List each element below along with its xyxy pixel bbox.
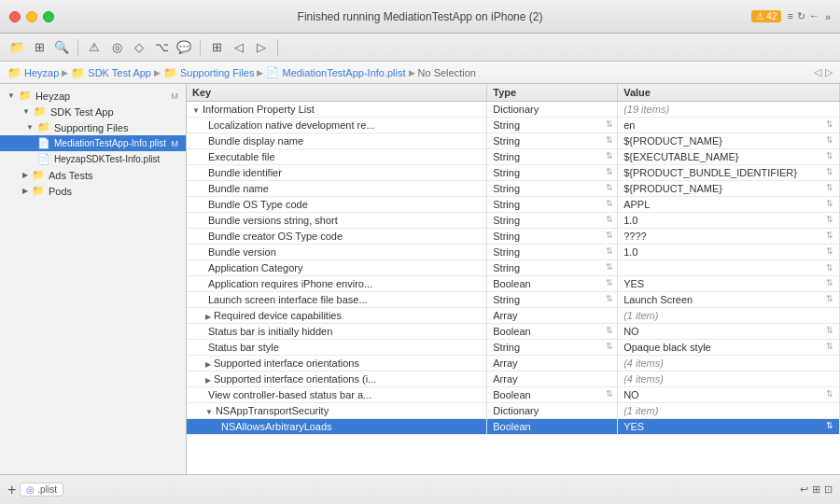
table-row[interactable]: Application CategoryString⇅⇅ bbox=[187, 260, 840, 276]
table-row[interactable]: ▶Supported interface orientationsArray(4… bbox=[187, 356, 840, 371]
table-row[interactable]: View controller-based status bar a...Boo… bbox=[187, 387, 840, 403]
value-stepper-icon[interactable]: ⇅ bbox=[826, 278, 833, 287]
plist-key-cell: Bundle name bbox=[187, 181, 487, 197]
breadcrumb-supporting[interactable]: Supporting Files bbox=[180, 67, 255, 78]
add-button[interactable]: + bbox=[7, 483, 16, 497]
sidebar-item-supporting[interactable]: ▼ 📁 Supporting Files bbox=[0, 119, 186, 135]
table-row[interactable]: Bundle versions string, shortString⇅1.0⇅ bbox=[187, 213, 840, 229]
breadcrumb-supporting-icon: 📁 bbox=[163, 66, 177, 79]
table-row[interactable]: Localization native development re...Str… bbox=[187, 118, 840, 133]
value-stepper-icon[interactable]: ⇅ bbox=[826, 151, 833, 161]
breadcrumb-heyzap[interactable]: Heyzap bbox=[24, 67, 59, 78]
table-row[interactable]: Application requires iPhone enviro...Boo… bbox=[187, 276, 840, 292]
value-stepper-icon[interactable]: ⇅ bbox=[826, 421, 833, 430]
table-row[interactable]: Bundle nameString⇅${PRODUCT_NAME}⇅ bbox=[187, 181, 840, 197]
sidebar-item-heyzap[interactable]: ▼ 📁 Heyzap M bbox=[0, 88, 186, 104]
table-row[interactable]: ▼NSAppTransportSecurityDictionary(1 item… bbox=[187, 403, 840, 419]
sort-arrows-icon: ⇅ bbox=[606, 215, 613, 224]
list-icon[interactable]: ≡ bbox=[787, 10, 792, 22]
comment-icon[interactable]: 💬 bbox=[175, 38, 193, 57]
search-icon[interactable]: 🔍 bbox=[52, 38, 71, 57]
table-container[interactable]: Key Type Value ▼Information Property Lis… bbox=[187, 84, 840, 474]
value-stepper-icon[interactable]: ⇅ bbox=[826, 263, 833, 273]
plist-key-cell: Application Category bbox=[187, 260, 487, 276]
heyzap-label: Heyzap bbox=[35, 91, 70, 102]
grid-icon[interactable]: ⊞ bbox=[207, 38, 226, 57]
plist-value: en bbox=[623, 119, 635, 131]
nav-right-icon[interactable]: ▷ bbox=[825, 66, 833, 78]
value-stepper-icon[interactable]: ⇅ bbox=[826, 199, 833, 208]
minimize-button[interactable] bbox=[26, 11, 37, 22]
sidebar-item-heyzap-plist[interactable]: 📄 HeyzapSDKTest-Info.plist bbox=[0, 151, 186, 167]
value-stepper-icon[interactable]: ⇅ bbox=[826, 167, 833, 176]
plist-value-cell: ${PRODUCT_NAME}⇅ bbox=[618, 133, 840, 149]
action-icon3[interactable]: ⊡ bbox=[824, 483, 833, 496]
breadcrumb-plist[interactable]: MediationTestApp-Info.plist bbox=[282, 67, 405, 78]
disclosure-btn[interactable]: ▶ bbox=[205, 376, 211, 385]
value-stepper-icon[interactable]: ⇅ bbox=[826, 231, 833, 240]
breadcrumb-sdk[interactable]: SDK Test App bbox=[88, 67, 151, 78]
link-icon[interactable]: ⌥ bbox=[152, 38, 171, 57]
value-stepper-icon[interactable]: ⇅ bbox=[826, 135, 833, 145]
hierarchy-icon[interactable]: ⊞ bbox=[30, 38, 49, 57]
sidebar-item-ads[interactable]: ▶ 📁 Ads Tests bbox=[0, 167, 186, 183]
table-row[interactable]: NSAllowsArbitraryLoadsBooleanYES⇅ bbox=[187, 419, 840, 435]
sidebar-item-mediation-plist[interactable]: 📄 MediationTestApp-Info.plist M bbox=[0, 135, 186, 151]
value-stepper-icon[interactable]: ⇅ bbox=[826, 183, 833, 192]
value-stepper-icon[interactable]: ⇅ bbox=[826, 389, 833, 399]
plist-key: Status bar style bbox=[208, 342, 279, 353]
diamond-icon[interactable]: ◇ bbox=[130, 38, 148, 57]
circle-icon[interactable]: ◎ bbox=[107, 38, 126, 57]
table-row[interactable]: Bundle OS Type codeString⇅APPL⇅ bbox=[187, 197, 840, 213]
table-row[interactable]: Bundle versionString⇅1.0⇅ bbox=[187, 245, 840, 260]
mediation-file-icon: 📄 bbox=[37, 137, 50, 149]
value-stepper-icon[interactable]: ⇅ bbox=[826, 215, 833, 224]
sort-arrows-icon: ⇅ bbox=[606, 262, 613, 272]
breadcrumb: 📁 Heyzap ▶ 📁 SDK Test App ▶ 📁 Supporting… bbox=[0, 62, 840, 84]
plist-value: (4 items) bbox=[623, 373, 664, 385]
plist-value-cell: ${EXECUTABLE_NAME}⇅ bbox=[618, 149, 840, 165]
table-row[interactable]: Status bar is initially hiddenBoolean⇅NO… bbox=[187, 324, 840, 340]
disclosure-btn[interactable]: ▼ bbox=[192, 106, 200, 115]
action-icon2[interactable]: ⊞ bbox=[812, 483, 820, 496]
table-row[interactable]: Bundle identifierString⇅${PRODUCT_BUNDLE… bbox=[187, 165, 840, 181]
statusbar-left: + ◎ .plist bbox=[7, 483, 63, 497]
table-row[interactable]: Status bar styleString⇅Opaque black styl… bbox=[187, 340, 840, 356]
plist-key: Bundle creator OS Type code bbox=[208, 231, 343, 242]
value-stepper-icon[interactable]: ⇅ bbox=[826, 246, 833, 256]
plist-key-cell: Bundle display name bbox=[187, 133, 487, 149]
sort-arrows-icon: ⇅ bbox=[606, 294, 613, 303]
sort-arrows-icon: ⇅ bbox=[606, 342, 613, 351]
value-stepper-icon[interactable]: ⇅ bbox=[826, 294, 833, 303]
nav-left-icon[interactable]: ◁ bbox=[814, 66, 821, 78]
value-stepper-icon[interactable]: ⇅ bbox=[826, 326, 833, 335]
close-button[interactable] bbox=[9, 11, 21, 22]
sidebar-item-pods[interactable]: ▶ 📁 Pods bbox=[0, 183, 186, 199]
plist-type-cell: Dictionary bbox=[487, 403, 618, 419]
sidebar-item-sdk[interactable]: ▼ 📁 SDK Test App bbox=[0, 104, 186, 119]
table-row[interactable]: Launch screen interface file base...Stri… bbox=[187, 292, 840, 308]
next-icon[interactable]: ▷ bbox=[252, 38, 271, 57]
maximize-button[interactable] bbox=[43, 11, 54, 22]
ads-disclosure: ▶ bbox=[22, 171, 28, 179]
table-row[interactable]: Executable fileString⇅${EXECUTABLE_NAME}… bbox=[187, 149, 840, 165]
disclosure-btn[interactable]: ▼ bbox=[205, 408, 213, 416]
table-row[interactable]: ▼Information Property ListDictionary(19 … bbox=[187, 102, 840, 118]
value-stepper-icon[interactable]: ⇅ bbox=[826, 342, 833, 351]
table-row[interactable]: ▶Required device capabilitiesArray(1 ite… bbox=[187, 308, 840, 324]
prev-icon[interactable]: ◁ bbox=[230, 38, 248, 57]
plist-value: (1 item) bbox=[623, 405, 658, 416]
value-stepper-icon[interactable]: ⇅ bbox=[826, 119, 833, 129]
breadcrumb-nav: ◁ ▷ bbox=[814, 66, 833, 78]
folder-icon[interactable]: 📁 bbox=[7, 38, 26, 57]
table-row[interactable]: ▶Supported interface orientations (i...A… bbox=[187, 371, 840, 387]
disclosure-btn[interactable]: ▶ bbox=[205, 360, 211, 369]
warning-icon[interactable]: ⚠ bbox=[85, 38, 104, 57]
action-icon1[interactable]: ↩ bbox=[800, 483, 808, 496]
disclosure-btn[interactable]: ▶ bbox=[205, 313, 211, 321]
expand-icon[interactable]: » bbox=[825, 11, 831, 22]
refresh-icon[interactable]: ↻ bbox=[797, 10, 805, 22]
table-row[interactable]: Bundle creator OS Type codeString⇅????⇅ bbox=[187, 229, 840, 245]
table-row[interactable]: Bundle display nameString⇅${PRODUCT_NAME… bbox=[187, 133, 840, 149]
back-icon[interactable]: ← bbox=[809, 10, 819, 22]
